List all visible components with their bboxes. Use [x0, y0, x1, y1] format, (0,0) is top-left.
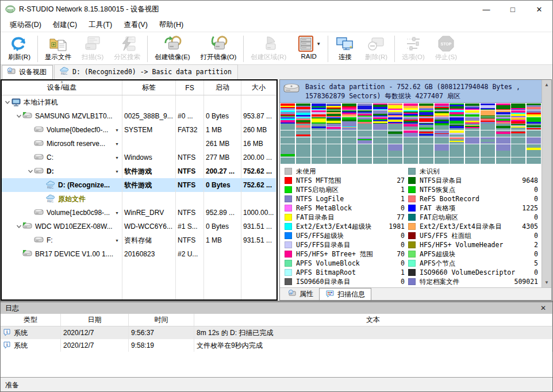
scan-panel-scrollbar[interactable]: ▲ ▼	[542, 80, 551, 287]
row-dropdown-icon[interactable]: ▼	[115, 142, 120, 146]
legend-color-swatch	[285, 278, 292, 285]
tree-cell-fs	[176, 137, 204, 151]
tree-row-9[interactable]: WDC WD10EZEX-08W...WD-WCC6Y6...#1 S...0 …	[2, 220, 276, 233]
log-column-header-0[interactable]: 类型	[1, 314, 61, 326]
menu-item-4[interactable]: 帮助(H)	[153, 18, 189, 32]
maximize-button[interactable]: □	[500, 1, 526, 18]
row-dropdown-icon[interactable]: ▼	[115, 170, 120, 174]
tree-row-1[interactable]: SAMSUNG MZVLB1T0...0025_388B_9...#0 ...0…	[2, 109, 276, 123]
legend-right-item-8: HFS/HFS+ VolumeHeader2	[408, 240, 542, 249]
window-title: R-STUDIO Network 8.15.180015 - 设备视图	[19, 5, 159, 14]
scroll-up-icon[interactable]: ▲	[542, 80, 552, 90]
scan-panel-tab-1[interactable]: 扫描信息	[319, 288, 371, 300]
tree-column-label: 启动	[216, 83, 229, 93]
log-close-icon[interactable]: ✕	[539, 304, 548, 312]
scan-block-map[interactable]	[280, 103, 542, 164]
view-tab-1[interactable]: REC.D: (Recognized0) -> Basic data parti…	[54, 64, 238, 79]
tree-cell-boot	[204, 192, 241, 206]
tree-column-header-1[interactable]: 标签	[122, 80, 176, 95]
recognized-icon: REC.	[59, 67, 70, 77]
toolbar-button-0[interactable]: 刷新(R)	[3, 33, 36, 64]
cell-value: 752.62 ...	[243, 167, 272, 175]
legend-value: 0	[534, 195, 542, 203]
log-row-0[interactable]: i系统2020/12/79:56:378m 12s 的 D: 扫描已完成	[1, 326, 552, 339]
tree-row-0[interactable]: 本地计算机	[2, 95, 276, 109]
toolbar-button-7[interactable]: 打开镜像(O)	[195, 33, 242, 64]
tree-empty-column	[241, 261, 276, 299]
legend-column-left: 未使用NTFS MFT范围27NTFS启动扇区1NTFS LogFile1ReF…	[285, 167, 408, 286]
log-cell-value: 9:58:19	[131, 341, 154, 349]
scan-panel-tab-0[interactable]: i属性	[282, 288, 319, 300]
toolbar-button-label: 分区搜索	[114, 53, 140, 62]
legend-value: 5	[534, 259, 542, 267]
menu-item-1[interactable]: 创建(C)	[47, 18, 83, 32]
tree-cell-name: D:▼	[2, 164, 122, 178]
tree-row-6[interactable]: REC.D: (Recognize...软件游戏NTFS0 Bytes752.6…	[2, 178, 276, 192]
menu-item-0[interactable]: 驱动器(D)	[4, 18, 47, 32]
tree-cell-label: 资料存储	[122, 233, 176, 247]
toolbar-separator	[37, 36, 38, 62]
toolbar-button-10[interactable]: ▼RAID	[291, 33, 326, 64]
tree-expander-icon[interactable]	[16, 224, 22, 229]
tree-empty-area	[2, 261, 276, 299]
tree-row-2[interactable]: Volume{0bedecf0-...▼SYSTEMFAT321 MB260 M…	[2, 123, 276, 137]
tree-row-8[interactable]: Volume{1ecb0c98-...▼WinRE_DRVNTFS952.89 …	[2, 206, 276, 220]
toolbar-button-12[interactable]: 连接	[330, 33, 360, 64]
create-region-icon	[259, 35, 278, 52]
tree-expander-icon[interactable]	[4, 100, 11, 105]
tree-row-3[interactable]: Microsoft reserve...▼261 MB16 MB	[2, 137, 276, 151]
tree-row-4[interactable]: C:▼WindowsNTFS277 MB200.00 ...	[2, 151, 276, 164]
device-name: SAMSUNG MZVLB1T0...	[35, 112, 113, 120]
menu-item-3[interactable]: 查看(V)	[118, 18, 153, 32]
row-dropdown-icon[interactable]: ▼	[115, 211, 120, 215]
tree-column-header-3[interactable]: 启动	[204, 80, 241, 95]
toolbar-separator	[147, 36, 148, 62]
legend-color-swatch	[285, 251, 292, 258]
toolbar-button-6[interactable]: 创建镜像(E)	[149, 33, 195, 64]
legend-color-swatch	[408, 223, 416, 230]
legend-color-swatch	[285, 269, 292, 276]
log-column-header-3[interactable]: 文本	[194, 314, 552, 326]
tree-expander-icon[interactable]	[27, 169, 34, 174]
log-column-header-2[interactable]: 时间	[129, 314, 194, 326]
tree-expander-icon[interactable]	[16, 114, 22, 118]
legend-left-item-12: ISO9660目录条目0	[285, 277, 408, 286]
log-column-header-1[interactable]: 日期	[61, 314, 129, 326]
tree-cell-size	[241, 192, 276, 206]
drive-icon	[34, 236, 44, 245]
toolbar-button-label: 连接	[339, 53, 352, 62]
tree-cell-label: WinRE_DRV	[122, 206, 176, 220]
tree-cell-boot: 0 Bytes	[204, 178, 241, 192]
tree-row-7[interactable]: REC.原始文件	[2, 192, 276, 206]
tree-column-header-2[interactable]: FS	[176, 80, 204, 95]
delete-icon	[367, 35, 386, 52]
row-dropdown-icon[interactable]: ▼	[115, 239, 120, 243]
log-cell-time: 9:58:19	[129, 339, 194, 352]
legend-value: 1	[401, 268, 408, 276]
tree-row-10[interactable]: F:▼资料存储NTFS1 MB931.51 ...	[2, 233, 276, 247]
tree-row-11[interactable]: BR17 DEVICE V1.00 1....20160823#2 U...	[2, 247, 276, 261]
minimize-button[interactable]: —	[473, 1, 500, 18]
legend-label: UFS/FFS目录条目	[296, 241, 350, 249]
cell-value: 0025_388B_9...	[124, 112, 173, 120]
tree-column-header-0[interactable]: ∧设备/磁盘	[2, 80, 122, 95]
row-dropdown-icon[interactable]: ▼	[115, 156, 120, 160]
row-dropdown-icon[interactable]: ▼	[115, 128, 120, 132]
toolbar-button-label: 刷新(R)	[8, 53, 30, 62]
tree-column-header-4[interactable]: 大小	[241, 80, 276, 95]
log-cell-value: 9:56:37	[131, 329, 154, 337]
dropdown-arrow-icon[interactable]: ▼	[316, 41, 321, 47]
scroll-down-icon[interactable]: ▼	[542, 278, 552, 287]
view-tab-0[interactable]: i设备视图	[2, 65, 53, 79]
show-files-icon	[49, 35, 67, 52]
close-button[interactable]: ✕	[526, 1, 552, 18]
toolbar-button-9: 创建区域(R)	[245, 33, 291, 64]
tree-row-5[interactable]: D:▼软件游戏NTFS200.27 ...752.62 ...	[2, 164, 276, 178]
legend-label: NTFS MFT范围	[296, 176, 341, 185]
tree-cell-fs: #2 U...	[176, 247, 204, 261]
legend-color-swatch	[285, 168, 292, 175]
toolbar-button-2[interactable]: 显示文件	[40, 33, 76, 64]
legend-value: 1225	[522, 204, 542, 212]
menu-item-2[interactable]: 工具(T)	[83, 18, 118, 32]
log-row-1[interactable]: i系统2020/12/79:58:19文件枚举在9秒内完成	[1, 339, 552, 352]
